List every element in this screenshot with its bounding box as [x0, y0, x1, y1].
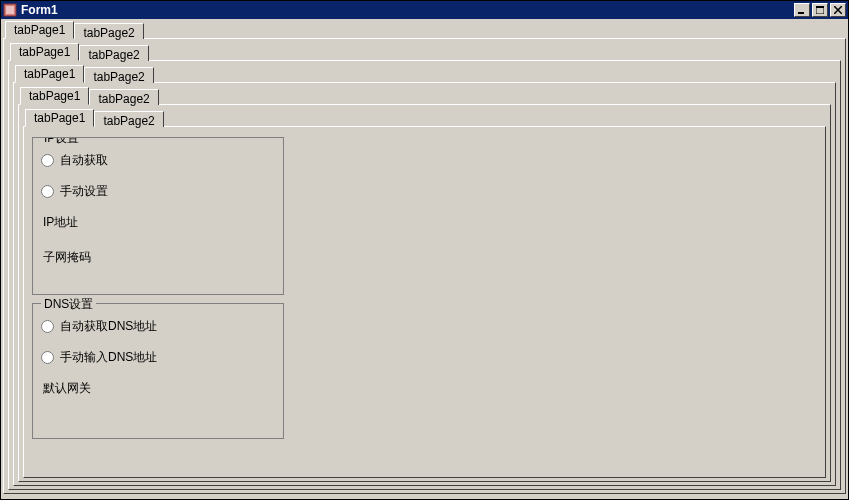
tabpage-1: tabPage1 tabPage2 tabPage1 tabPage2: [3, 38, 846, 494]
tab-page1[interactable]: tabPage1: [25, 109, 94, 127]
radio-ip-manual-label: 手动设置: [60, 183, 108, 200]
maximize-button[interactable]: [812, 3, 828, 17]
main-window: Form1 tabPage1 tabPage2: [0, 0, 849, 500]
radio-dns-manual-input[interactable]: [41, 351, 54, 364]
minimize-button[interactable]: [794, 3, 810, 17]
tab-page1[interactable]: tabPage1: [5, 21, 74, 39]
tab-page2[interactable]: tabPage2: [89, 89, 158, 105]
tabstrip-4: tabPage1 tabPage2: [18, 87, 831, 105]
radio-dns-manual[interactable]: 手动输入DNS地址: [41, 349, 275, 366]
radio-dns-manual-label: 手动输入DNS地址: [60, 349, 157, 366]
tab-page1[interactable]: tabPage1: [15, 65, 84, 83]
tab-page2[interactable]: tabPage2: [84, 67, 153, 83]
titlebar: Form1: [1, 1, 848, 19]
close-button[interactable]: [830, 3, 846, 17]
tabstrip-1: tabPage1 tabPage2: [3, 21, 846, 39]
dns-legend: DNS设置: [41, 296, 96, 313]
label-ip-address: IP地址: [43, 214, 275, 231]
window-title: Form1: [21, 3, 794, 17]
tab-page1[interactable]: tabPage1: [10, 43, 79, 61]
radio-dns-auto[interactable]: 自动获取DNS地址: [41, 318, 275, 335]
radio-ip-manual[interactable]: 手动设置: [41, 183, 275, 200]
client-area: tabPage1 tabPage2 tabPage1 tabPage2 tabP…: [1, 19, 848, 499]
label-subnet: 子网掩码: [43, 249, 275, 266]
tabpage-3: tabPage1 tabPage2 tabPage1 t: [13, 82, 836, 486]
radio-ip-auto-label: 自动获取: [60, 152, 108, 169]
tabcontrol-5: tabPage1 tabPage2 IP设置: [23, 109, 826, 478]
tabcontrol-1: tabPage1 tabPage2 tabPage1 tabPage2 tabP…: [3, 21, 846, 494]
window-controls: [794, 3, 846, 17]
radio-ip-auto-input[interactable]: [41, 154, 54, 167]
radio-ip-auto[interactable]: 自动获取: [41, 152, 275, 169]
tab-page2[interactable]: tabPage2: [79, 45, 148, 61]
tabpage-5: IP设置 自动获取: [23, 126, 826, 478]
svg-rect-4: [816, 6, 824, 8]
radio-dns-auto-label: 自动获取DNS地址: [60, 318, 157, 335]
ip-legend: IP设置: [41, 137, 82, 147]
radio-dns-auto-input[interactable]: [41, 320, 54, 333]
svg-rect-1: [6, 6, 14, 14]
groupbox-ip-settings: IP设置 自动获取: [32, 137, 284, 295]
tabcontrol-4: tabPage1 tabPage2 tabPage1 t: [18, 87, 831, 482]
tab-page2[interactable]: tabPage2: [74, 23, 143, 39]
tabpage-2: tabPage1 tabPage2 tabPage1 tabPage2: [8, 60, 841, 490]
tab-page1[interactable]: tabPage1: [20, 87, 89, 105]
tabpage-4: tabPage1 tabPage2 IP设置: [18, 104, 831, 482]
groupbox-dns-settings: DNS设置 自动获取DNS地址: [32, 303, 284, 439]
tab-page2[interactable]: tabPage2: [94, 111, 163, 127]
radio-ip-manual-input[interactable]: [41, 185, 54, 198]
svg-rect-2: [798, 12, 804, 14]
tabcontrol-2: tabPage1 tabPage2 tabPage1 tabPage2: [8, 43, 841, 490]
tabstrip-5: tabPage1 tabPage2: [23, 109, 826, 127]
label-default-gateway: 默认网关: [43, 380, 275, 397]
tabstrip-3: tabPage1 tabPage2: [13, 65, 836, 83]
tabcontrol-3: tabPage1 tabPage2 tabPage1 tabPage2: [13, 65, 836, 486]
app-icon: [3, 3, 17, 17]
tabstrip-2: tabPage1 tabPage2: [8, 43, 841, 61]
